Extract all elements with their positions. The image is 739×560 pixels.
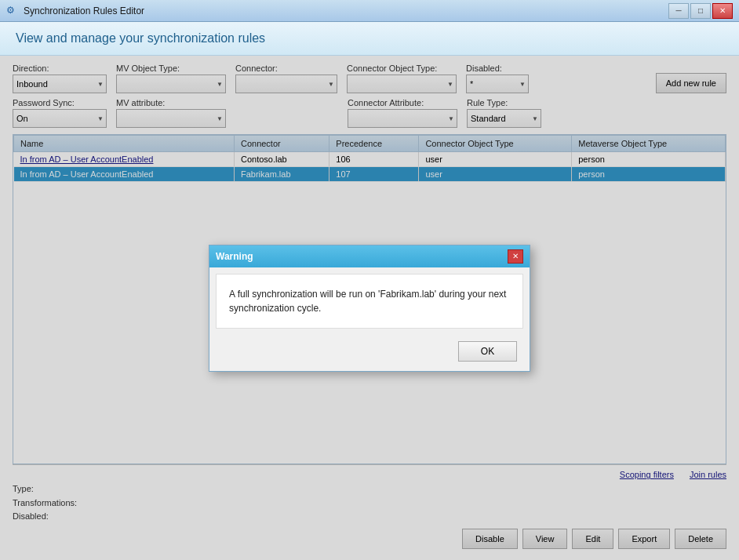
- app-icon: ⚙: [6, 5, 19, 17]
- title-bar: ⚙ Synchronization Rules Editor ─ □ ✕: [0, 0, 739, 22]
- title-bar-buttons: ─ □ ✕: [668, 3, 733, 19]
- dialog-ok-button[interactable]: OK: [458, 341, 517, 362]
- warning-dialog: Warning ✕ A full synchronization will be…: [209, 245, 530, 372]
- page-title: View and manage your synchronization rul…: [16, 31, 723, 45]
- dialog-footer: OK: [209, 335, 530, 371]
- content-area: Direction: Inbound MV Object Type:: [0, 56, 739, 560]
- dialog-titlebar: Warning ✕: [209, 245, 530, 267]
- window-title: Synchronization Rules Editor: [24, 5, 144, 16]
- close-button[interactable]: ✕: [712, 3, 733, 19]
- title-bar-left: ⚙ Synchronization Rules Editor: [6, 5, 144, 17]
- dialog-overlay: Warning ✕ A full synchronization will be…: [0, 56, 739, 560]
- dialog-content: A full synchronization will be run on 'F…: [216, 274, 523, 329]
- maximize-button[interactable]: □: [690, 3, 711, 19]
- dialog-close-button[interactable]: ✕: [508, 249, 523, 264]
- dialog-title: Warning: [216, 251, 253, 262]
- window-header: View and manage your synchronization rul…: [0, 22, 739, 56]
- minimize-button[interactable]: ─: [668, 3, 689, 19]
- main-window: View and manage your synchronization rul…: [0, 22, 739, 560]
- dialog-message: A full synchronization will be run on 'F…: [229, 287, 510, 315]
